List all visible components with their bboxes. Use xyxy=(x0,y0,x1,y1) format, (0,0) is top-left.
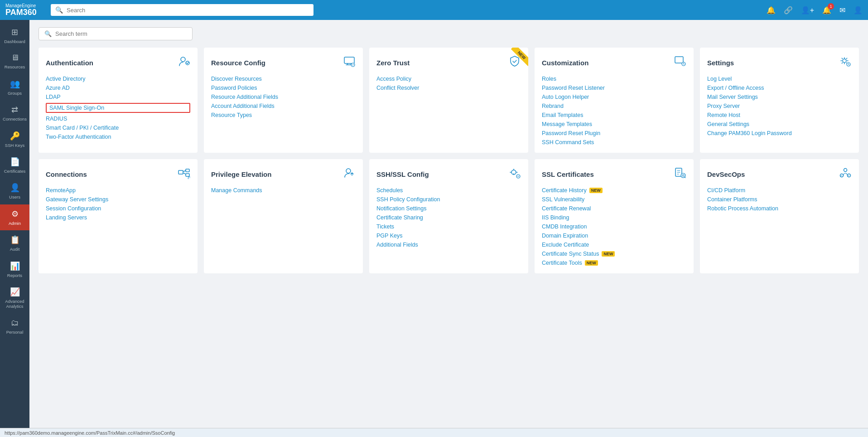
card-link[interactable]: Account Additional Fields xyxy=(211,103,356,109)
card-link[interactable]: RemoteApp xyxy=(46,187,190,194)
card-link[interactable]: Resource Types xyxy=(211,112,356,118)
card-icon-settings xyxy=(839,55,852,70)
sidebar-item-audit[interactable]: 📋 Audit xyxy=(0,230,29,256)
card-link[interactable]: Certificate ToolsNEW xyxy=(542,260,686,266)
sidebar-item-connections[interactable]: ⇄ Connections xyxy=(0,100,29,126)
card-link[interactable]: Smart Card / PKI / Certificate xyxy=(46,125,190,131)
card-link[interactable]: Active Directory xyxy=(46,76,190,82)
new-badge: NEW xyxy=(585,260,598,266)
sidebar-item-reports[interactable]: 📊 Reports xyxy=(0,257,29,282)
card-link[interactable]: Container Platforms xyxy=(707,196,852,203)
card-link[interactable]: Log Level xyxy=(707,76,852,82)
resources-icon: 🖥 xyxy=(11,53,19,63)
card-link[interactable]: Roles xyxy=(542,76,686,82)
card-link[interactable]: Gateway Server Settings xyxy=(46,196,190,203)
card-title: Zero Trust xyxy=(376,59,410,67)
card-link[interactable]: RADIUS xyxy=(46,116,190,122)
card-link[interactable]: SAML Single Sign-On xyxy=(46,103,190,113)
card-link[interactable]: Password Reset Plugin xyxy=(542,130,686,136)
card-link[interactable]: SSL Vulnerability xyxy=(542,196,686,203)
sidebar-label-resources: Resources xyxy=(5,64,25,69)
card-link[interactable]: Certificate Sync StatusNEW xyxy=(542,251,686,257)
sidebar-label-audit: Audit xyxy=(10,247,20,252)
sidebar-item-admin[interactable]: ⚙ Admin xyxy=(0,204,29,230)
card-link[interactable]: CI/CD Platform xyxy=(707,187,852,194)
top-search-bar[interactable]: 🔍 xyxy=(51,4,313,16)
card-link[interactable]: Resource Additional Fields xyxy=(211,94,356,100)
card-header: Authentication xyxy=(46,55,190,70)
card-link[interactable]: Export / Offline Access xyxy=(707,85,852,91)
card-link[interactable]: General Settings xyxy=(707,121,852,127)
new-ribbon xyxy=(506,48,528,70)
card-link[interactable]: Tickets xyxy=(376,223,521,230)
card-link[interactable]: Remote Host xyxy=(707,112,852,118)
card-link[interactable]: Session Configuration xyxy=(46,205,190,212)
svg-rect-10 xyxy=(186,174,189,176)
card-link[interactable]: Rebrand xyxy=(542,103,686,109)
top-search-input[interactable] xyxy=(67,7,309,14)
alert-icon[interactable]: 🔔 1 xyxy=(822,6,831,15)
card-link[interactable]: LDAP xyxy=(46,94,190,100)
card-link[interactable]: Landing Servers xyxy=(46,214,190,221)
card-link[interactable]: Notification Settings xyxy=(376,205,521,212)
card-link[interactable]: Domain Expiration xyxy=(542,233,686,239)
sidebar: ⊞ Dashboard 🖥 Resources 👥 Groups ⇄ Conne… xyxy=(0,20,29,428)
card-link[interactable]: SSH Policy Configuration xyxy=(376,196,521,203)
user-add-icon[interactable]: 👤+ xyxy=(801,6,814,15)
card-links: RolesPassword Reset ListenerAuto Logon H… xyxy=(542,76,686,146)
card-link[interactable]: Mail Server Settings xyxy=(707,94,852,100)
users-icon: 👤 xyxy=(10,183,20,193)
card-link[interactable]: Certificate HistoryNEW xyxy=(542,187,686,194)
card-privilege-elevation: Privilege Elevation Manage Commands xyxy=(204,159,363,273)
content-search-icon: 🔍 xyxy=(44,30,52,37)
card-links: CI/CD PlatformContainer PlatformsRobotic… xyxy=(707,187,852,212)
card-title: Resource Config xyxy=(211,59,265,67)
sidebar-item-personal[interactable]: 🗂 Personal xyxy=(0,314,29,339)
card-link[interactable]: Password Policies xyxy=(211,85,356,91)
dashboard-icon: ⊞ xyxy=(11,27,18,37)
card-link[interactable]: Manage Commands xyxy=(211,187,356,194)
card-link[interactable]: Certificate Renewal xyxy=(542,205,686,212)
card-link[interactable]: Change PAM360 Login Password xyxy=(707,130,852,136)
content-search-bar[interactable]: 🔍 xyxy=(39,27,193,40)
card-link[interactable]: SSH Command Sets xyxy=(542,139,686,146)
sidebar-item-advanced-analytics[interactable]: 📈 Advanced Analytics xyxy=(0,282,29,314)
sidebar-item-users[interactable]: 👤 Users xyxy=(0,178,29,204)
certificates-icon: 📄 xyxy=(10,157,20,167)
card-title: Customization xyxy=(542,59,588,67)
card-link[interactable]: Robotic Process Automation xyxy=(707,205,852,212)
connections-icon: ⇄ xyxy=(11,105,18,115)
notifications-bell-icon[interactable]: 🔔 xyxy=(767,6,776,15)
card-link[interactable]: Certificate Sharing xyxy=(376,214,521,221)
sidebar-item-ssh-keys[interactable]: 🔑 SSH Keys xyxy=(0,126,29,152)
card-link[interactable]: Email Templates xyxy=(542,112,686,118)
status-bar: https://pam360demo.manageengine.com/Pass… xyxy=(0,428,868,437)
card-link[interactable]: Proxy Server xyxy=(707,103,852,109)
card-link[interactable]: Schedules xyxy=(376,187,521,194)
mail-icon[interactable]: ✉ xyxy=(839,6,845,15)
card-link[interactable]: Password Reset Listener xyxy=(542,85,686,91)
content-search-input[interactable] xyxy=(55,30,187,37)
card-icon-ssl xyxy=(674,166,686,182)
card-link[interactable]: IIS Binding xyxy=(542,214,686,221)
card-link[interactable]: Message Templates xyxy=(542,121,686,127)
sidebar-item-groups[interactable]: 👥 Groups xyxy=(0,74,29,100)
card-link[interactable]: Additional Fields xyxy=(376,242,521,248)
key-icon[interactable]: 🔗 xyxy=(784,6,793,15)
card-link[interactable]: Access Policy xyxy=(376,76,521,82)
card-link[interactable]: Azure AD xyxy=(46,85,190,91)
card-link[interactable]: Auto Logon Helper xyxy=(542,94,686,100)
card-link[interactable]: Discover Resources xyxy=(211,76,356,82)
sidebar-item-certificates[interactable]: 📄 Certificates xyxy=(0,152,29,178)
user-profile-icon[interactable]: 👤 xyxy=(854,6,863,15)
card-link[interactable]: PGP Keys xyxy=(376,233,521,239)
card-header: Customization xyxy=(542,55,686,70)
card-icon-connections xyxy=(178,166,190,182)
card-link[interactable]: Exclude Certificate xyxy=(542,242,686,248)
sidebar-item-resources[interactable]: 🖥 Resources xyxy=(0,49,29,74)
sidebar-item-dashboard[interactable]: ⊞ Dashboard xyxy=(0,23,29,49)
card-link[interactable]: CMDB Integration xyxy=(542,223,686,230)
svg-rect-2 xyxy=(344,57,354,63)
card-link[interactable]: Two-Factor Authentication xyxy=(46,134,190,140)
card-link[interactable]: Conflict Resolver xyxy=(376,85,521,91)
